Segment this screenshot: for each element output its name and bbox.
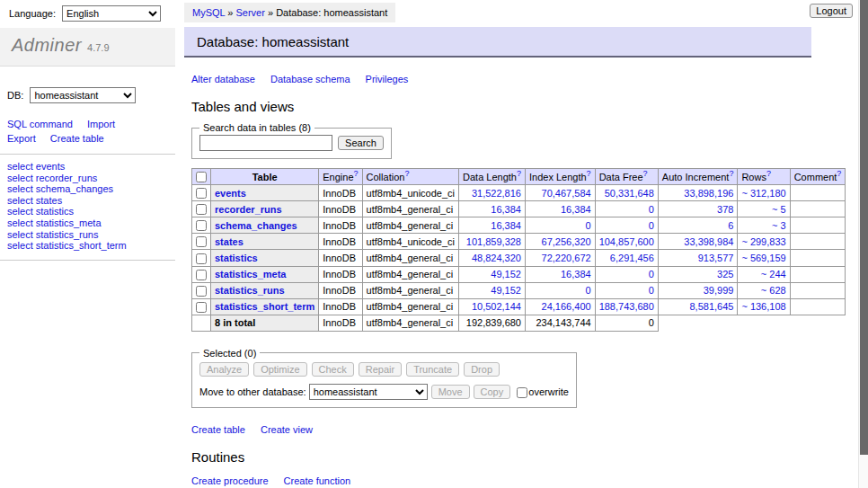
- auto-increment-link-states[interactable]: 33,398,984: [684, 236, 733, 247]
- rows-link-statistics-meta[interactable]: ~ 244: [761, 269, 786, 279]
- index-length-link-statistics-short-term[interactable]: 24,166,400: [542, 301, 591, 312]
- language-select[interactable]: English: [62, 5, 161, 22]
- auto-increment-link-recorder-runs[interactable]: 378: [717, 204, 733, 215]
- scrollbar-thumb[interactable]: [860, 0, 868, 455]
- create-table-link[interactable]: Create table: [50, 133, 104, 144]
- create-procedure-link[interactable]: Create procedure: [191, 475, 269, 486]
- column-help-link-collation[interactable]: ?: [404, 169, 409, 178]
- data-free-link-statistics[interactable]: 6,291,456: [610, 253, 654, 263]
- sql-command-link[interactable]: SQL command: [7, 119, 73, 129]
- checkbox-statistics-meta[interactable]: [196, 270, 207, 280]
- create-table-link[interactable]: Create table: [191, 424, 245, 435]
- checkbox-statistics-short-term[interactable]: [196, 302, 207, 313]
- search-button[interactable]: Search: [338, 136, 384, 150]
- index-length-link-states[interactable]: 67,256,320: [542, 236, 591, 247]
- column-help-link-data-free[interactable]: ?: [643, 169, 648, 178]
- index-length-link-statistics[interactable]: 72,220,672: [542, 253, 591, 263]
- checkbox-states[interactable]: [196, 236, 207, 247]
- move-db-select[interactable]: homeassistant: [309, 384, 428, 400]
- select-all-checkbox[interactable]: [196, 172, 207, 182]
- select-statistics-short-term-link[interactable]: select statistics_short_term: [7, 240, 175, 252]
- search-input[interactable]: [199, 135, 332, 151]
- index-length-link-recorder-runs[interactable]: 16,384: [561, 204, 591, 215]
- data-length-link-statistics-short-term[interactable]: 10,502,144: [472, 301, 521, 312]
- rows-link-statistics-runs[interactable]: ~ 628: [761, 285, 786, 296]
- breadcrumb-separator: »: [265, 7, 276, 18]
- mysql-link[interactable]: MySQL: [192, 7, 225, 18]
- overwrite-checkbox[interactable]: [517, 387, 527, 398]
- data-length-link-events[interactable]: 31,522,816: [472, 188, 521, 199]
- table-link-statistics-short-term[interactable]: statistics_short_term: [215, 301, 314, 312]
- data-free-link-statistics-short-term[interactable]: 188,743,680: [599, 301, 654, 312]
- create-view-link[interactable]: Create view: [261, 424, 313, 435]
- auto-increment-link-statistics-runs[interactable]: 39,999: [704, 285, 734, 296]
- select-schema-changes-link[interactable]: select schema_changes: [7, 183, 175, 195]
- export-link[interactable]: Export: [7, 133, 36, 144]
- auto-increment-link-events[interactable]: 33,898,196: [684, 188, 733, 199]
- vertical-scrollbar[interactable]: [858, 0, 868, 488]
- data-free-link-states[interactable]: 104,857,600: [599, 236, 654, 247]
- table-link-schema-changes[interactable]: schema_changes: [215, 220, 297, 231]
- server-link[interactable]: Server: [236, 7, 265, 18]
- column-help-link-auto-increment[interactable]: ?: [729, 169, 733, 178]
- index-length-link-events[interactable]: 70,467,584: [542, 188, 591, 199]
- index-length-link-schema-changes[interactable]: 0: [586, 220, 591, 231]
- auto-increment-link-statistics[interactable]: 913,577: [698, 253, 734, 263]
- rows-link-events[interactable]: ~ 312,180: [741, 188, 785, 199]
- data-free-link-statistics-runs[interactable]: 0: [649, 285, 654, 296]
- data-free-link-schema-changes[interactable]: 0: [649, 220, 654, 231]
- column-help-link-engine[interactable]: ?: [354, 169, 359, 178]
- select-recorder-runs-link[interactable]: select recorder_runs: [7, 173, 175, 184]
- rows-link-schema-changes[interactable]: ~ 3: [772, 220, 786, 231]
- data-free-link-statistics-meta[interactable]: 0: [649, 269, 654, 279]
- auto-increment-link-statistics-meta[interactable]: 325: [717, 269, 733, 279]
- collation-cell: utf8mb4_general_ci: [362, 266, 458, 282]
- data-length-link-schema-changes[interactable]: 16,384: [491, 220, 521, 231]
- select-statistics-link[interactable]: select statistics: [7, 206, 175, 217]
- privileges-link[interactable]: Privileges: [366, 74, 409, 84]
- overwrite-label[interactable]: overwrite: [528, 386, 569, 397]
- data-length-link-statistics-meta[interactable]: 49,152: [491, 269, 521, 279]
- column-help-link-rows[interactable]: ?: [766, 169, 771, 178]
- data-length-link-statistics-runs[interactable]: 49,152: [491, 285, 521, 296]
- auto-increment-link-statistics-short-term[interactable]: 8,581,645: [689, 301, 733, 312]
- select-statistics-runs-link[interactable]: select statistics_runs: [7, 229, 175, 241]
- index-length-link-statistics-runs[interactable]: 0: [586, 285, 591, 296]
- table-link-recorder-runs[interactable]: recorder_runs: [215, 204, 282, 215]
- table-link-statistics-meta[interactable]: statistics_meta: [215, 269, 287, 279]
- rows-link-states[interactable]: ~ 299,833: [741, 236, 785, 247]
- create-links: Create tableCreate view: [191, 424, 811, 435]
- alter-database-link[interactable]: Alter database: [191, 74, 255, 84]
- select-events-link[interactable]: select events: [7, 161, 175, 173]
- index-length-link-statistics-meta[interactable]: 16,384: [561, 269, 591, 279]
- table-link-states[interactable]: states: [215, 236, 244, 247]
- logout-button[interactable]: Logout: [810, 4, 853, 18]
- column-help-link-comment[interactable]: ?: [837, 169, 841, 178]
- data-length-link-recorder-runs[interactable]: 16,384: [491, 204, 521, 215]
- checkbox-events[interactable]: [196, 188, 207, 199]
- select-statistics-meta-link[interactable]: select statistics_meta: [7, 217, 175, 229]
- table-link-statistics-runs[interactable]: statistics_runs: [215, 285, 285, 296]
- checkbox-schema-changes[interactable]: [196, 220, 207, 231]
- table-link-events[interactable]: events: [215, 188, 246, 199]
- rows-link-recorder-runs[interactable]: ~ 5: [772, 204, 786, 215]
- data-free-link-recorder-runs[interactable]: 0: [649, 204, 654, 215]
- data-free-link-events[interactable]: 50,331,648: [605, 188, 654, 199]
- column-help-link-data-length[interactable]: ?: [517, 169, 521, 178]
- checkbox-statistics[interactable]: [196, 253, 207, 264]
- data-length-link-states[interactable]: 101,859,328: [466, 236, 521, 247]
- auto-increment-link-schema-changes[interactable]: 6: [728, 220, 733, 231]
- table-link-statistics[interactable]: statistics: [215, 253, 258, 263]
- rows-link-statistics[interactable]: ~ 569,159: [741, 253, 785, 263]
- database-schema-link[interactable]: Database schema: [270, 74, 350, 84]
- checkbox-recorder-runs[interactable]: [196, 204, 207, 215]
- row-checkbox-cell: [192, 298, 211, 315]
- data-length-link-statistics[interactable]: 48,824,320: [472, 253, 521, 263]
- select-states-link[interactable]: select states: [7, 195, 175, 207]
- checkbox-statistics-runs[interactable]: [196, 286, 207, 297]
- rows-link-statistics-short-term[interactable]: ~ 136,108: [741, 301, 785, 312]
- create-function-link[interactable]: Create function: [284, 475, 351, 486]
- column-help-link-index-length[interactable]: ?: [587, 169, 591, 178]
- import-link[interactable]: Import: [87, 119, 115, 129]
- db-select[interactable]: homeassistant: [30, 87, 136, 103]
